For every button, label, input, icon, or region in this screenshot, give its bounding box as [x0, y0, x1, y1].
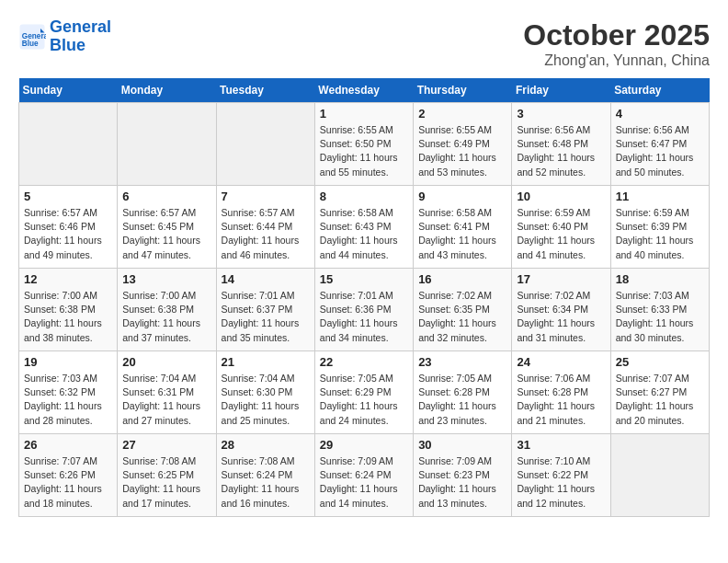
weekday-header: Monday [118, 78, 216, 103]
calendar-subtitle: Zhong'an, Yunnan, China [523, 52, 710, 69]
day-info: Sunrise: 7:02 AMSunset: 6:34 PMDaylight:… [517, 289, 605, 345]
day-info: Sunrise: 6:57 AMSunset: 6:44 PMDaylight:… [222, 206, 310, 262]
calendar-cell: 4Sunrise: 6:56 AMSunset: 6:47 PMDaylight… [610, 103, 709, 186]
day-number: 14 [222, 272, 310, 286]
day-info: Sunrise: 7:10 AMSunset: 6:22 PMDaylight:… [517, 454, 605, 511]
day-info: Sunrise: 7:05 AMSunset: 6:29 PMDaylight:… [320, 372, 408, 428]
day-number: 23 [418, 355, 506, 369]
day-info: Sunrise: 7:01 AMSunset: 6:36 PMDaylight:… [320, 289, 408, 345]
calendar-cell: 23Sunrise: 7:05 AMSunset: 6:28 PMDayligh… [414, 351, 512, 434]
weekday-header-row: SundayMondayTuesdayWednesdayThursdayFrid… [19, 78, 710, 103]
calendar-cell: 24Sunrise: 7:06 AMSunset: 6:28 PMDayligh… [512, 351, 610, 434]
calendar-cell: 10Sunrise: 6:59 AMSunset: 6:40 PMDayligh… [512, 186, 610, 269]
day-info: Sunrise: 7:03 AMSunset: 6:33 PMDaylight:… [616, 289, 704, 345]
calendar-cell: 25Sunrise: 7:07 AMSunset: 6:27 PMDayligh… [610, 351, 709, 434]
calendar-week-row: 12Sunrise: 7:00 AMSunset: 6:38 PMDayligh… [19, 269, 710, 351]
day-info: Sunrise: 7:09 AMSunset: 6:23 PMDaylight:… [418, 454, 506, 511]
day-number: 18 [616, 272, 704, 286]
day-number: 25 [616, 355, 704, 369]
calendar-cell: 15Sunrise: 7:01 AMSunset: 6:36 PMDayligh… [314, 269, 413, 351]
day-number: 10 [517, 190, 605, 203]
day-number: 20 [122, 355, 210, 369]
calendar-cell [118, 103, 216, 186]
day-info: Sunrise: 7:00 AMSunset: 6:38 PMDaylight:… [122, 289, 210, 345]
day-number: 24 [517, 355, 605, 369]
day-info: Sunrise: 7:04 AMSunset: 6:31 PMDaylight:… [122, 372, 210, 428]
weekday-header: Friday [512, 78, 610, 103]
calendar-cell: 28Sunrise: 7:08 AMSunset: 6:24 PMDayligh… [216, 434, 314, 517]
day-number: 11 [616, 190, 704, 203]
calendar-cell: 22Sunrise: 7:05 AMSunset: 6:29 PMDayligh… [314, 351, 413, 434]
day-info: Sunrise: 7:03 AMSunset: 6:32 PMDaylight:… [24, 372, 112, 428]
day-number: 4 [616, 107, 704, 121]
day-info: Sunrise: 7:04 AMSunset: 6:30 PMDaylight:… [222, 372, 310, 428]
day-number: 8 [320, 190, 408, 203]
day-info: Sunrise: 6:56 AMSunset: 6:47 PMDaylight:… [616, 123, 704, 179]
calendar-cell: 21Sunrise: 7:04 AMSunset: 6:30 PMDayligh… [216, 351, 314, 434]
day-number: 1 [320, 107, 408, 121]
calendar-cell: 2Sunrise: 6:55 AMSunset: 6:49 PMDaylight… [414, 103, 512, 186]
weekday-header: Thursday [414, 78, 512, 103]
day-number: 19 [24, 355, 112, 369]
day-info: Sunrise: 7:07 AMSunset: 6:26 PMDaylight:… [24, 454, 112, 511]
title-block: October 2025 Zhong'an, Yunnan, China [523, 18, 710, 69]
day-number: 31 [517, 438, 605, 452]
day-number: 5 [24, 190, 112, 203]
calendar-cell: 26Sunrise: 7:07 AMSunset: 6:26 PMDayligh… [19, 434, 118, 517]
day-info: Sunrise: 7:09 AMSunset: 6:24 PMDaylight:… [320, 454, 408, 511]
calendar-week-row: 1Sunrise: 6:55 AMSunset: 6:50 PMDaylight… [19, 103, 710, 186]
day-number: 2 [418, 107, 506, 121]
day-info: Sunrise: 6:59 AMSunset: 6:40 PMDaylight:… [517, 206, 605, 262]
calendar-cell: 8Sunrise: 6:58 AMSunset: 6:43 PMDaylight… [314, 186, 413, 269]
day-number: 28 [222, 438, 310, 452]
day-number: 29 [320, 438, 408, 452]
calendar-week-row: 5Sunrise: 6:57 AMSunset: 6:46 PMDaylight… [19, 186, 710, 269]
calendar-cell: 31Sunrise: 7:10 AMSunset: 6:22 PMDayligh… [512, 434, 610, 517]
calendar-cell: 9Sunrise: 6:58 AMSunset: 6:41 PMDaylight… [414, 186, 512, 269]
day-info: Sunrise: 6:57 AMSunset: 6:46 PMDaylight:… [24, 206, 112, 262]
day-info: Sunrise: 7:05 AMSunset: 6:28 PMDaylight:… [418, 372, 506, 428]
calendar-cell [216, 103, 314, 186]
day-info: Sunrise: 7:02 AMSunset: 6:35 PMDaylight:… [418, 289, 506, 345]
day-info: Sunrise: 7:07 AMSunset: 6:27 PMDaylight:… [616, 372, 704, 428]
day-number: 13 [122, 272, 210, 286]
day-number: 22 [320, 355, 408, 369]
day-info: Sunrise: 7:06 AMSunset: 6:28 PMDaylight:… [517, 372, 605, 428]
day-info: Sunrise: 7:08 AMSunset: 6:24 PMDaylight:… [222, 454, 310, 511]
calendar-cell: 16Sunrise: 7:02 AMSunset: 6:35 PMDayligh… [414, 269, 512, 351]
weekday-header: Tuesday [216, 78, 314, 103]
calendar-cell: 13Sunrise: 7:00 AMSunset: 6:38 PMDayligh… [118, 269, 216, 351]
logo-icon: General Blue [18, 23, 46, 51]
day-info: Sunrise: 6:59 AMSunset: 6:39 PMDaylight:… [616, 206, 704, 262]
day-number: 16 [418, 272, 506, 286]
calendar-cell: 3Sunrise: 6:56 AMSunset: 6:48 PMDaylight… [512, 103, 610, 186]
weekday-header: Saturday [610, 78, 709, 103]
calendar-title: October 2025 [523, 18, 710, 52]
day-number: 9 [418, 190, 506, 203]
day-info: Sunrise: 6:55 AMSunset: 6:50 PMDaylight:… [320, 123, 408, 179]
day-number: 12 [24, 272, 112, 286]
page-header: General Blue General Blue October 2025 Z… [18, 18, 710, 69]
calendar-cell [19, 103, 118, 186]
calendar-cell: 1Sunrise: 6:55 AMSunset: 6:50 PMDaylight… [314, 103, 413, 186]
day-number: 15 [320, 272, 408, 286]
calendar-cell: 17Sunrise: 7:02 AMSunset: 6:34 PMDayligh… [512, 269, 610, 351]
weekday-header: Sunday [19, 78, 118, 103]
calendar-cell: 29Sunrise: 7:09 AMSunset: 6:24 PMDayligh… [314, 434, 413, 517]
day-number: 7 [222, 190, 310, 203]
calendar-cell: 18Sunrise: 7:03 AMSunset: 6:33 PMDayligh… [610, 269, 709, 351]
calendar-cell: 6Sunrise: 6:57 AMSunset: 6:45 PMDaylight… [118, 186, 216, 269]
calendar-cell: 12Sunrise: 7:00 AMSunset: 6:38 PMDayligh… [19, 269, 118, 351]
day-number: 30 [418, 438, 506, 452]
calendar-cell: 20Sunrise: 7:04 AMSunset: 6:31 PMDayligh… [118, 351, 216, 434]
calendar-cell: 19Sunrise: 7:03 AMSunset: 6:32 PMDayligh… [19, 351, 118, 434]
day-info: Sunrise: 6:56 AMSunset: 6:48 PMDaylight:… [517, 123, 605, 179]
calendar-cell: 27Sunrise: 7:08 AMSunset: 6:25 PMDayligh… [118, 434, 216, 517]
calendar-cell: 5Sunrise: 6:57 AMSunset: 6:46 PMDaylight… [19, 186, 118, 269]
day-info: Sunrise: 6:58 AMSunset: 6:41 PMDaylight:… [418, 206, 506, 262]
day-info: Sunrise: 7:01 AMSunset: 6:37 PMDaylight:… [222, 289, 310, 345]
day-number: 21 [222, 355, 310, 369]
calendar-week-row: 19Sunrise: 7:03 AMSunset: 6:32 PMDayligh… [19, 351, 710, 434]
svg-text:Blue: Blue [22, 40, 39, 48]
day-info: Sunrise: 7:08 AMSunset: 6:25 PMDaylight:… [122, 454, 210, 511]
